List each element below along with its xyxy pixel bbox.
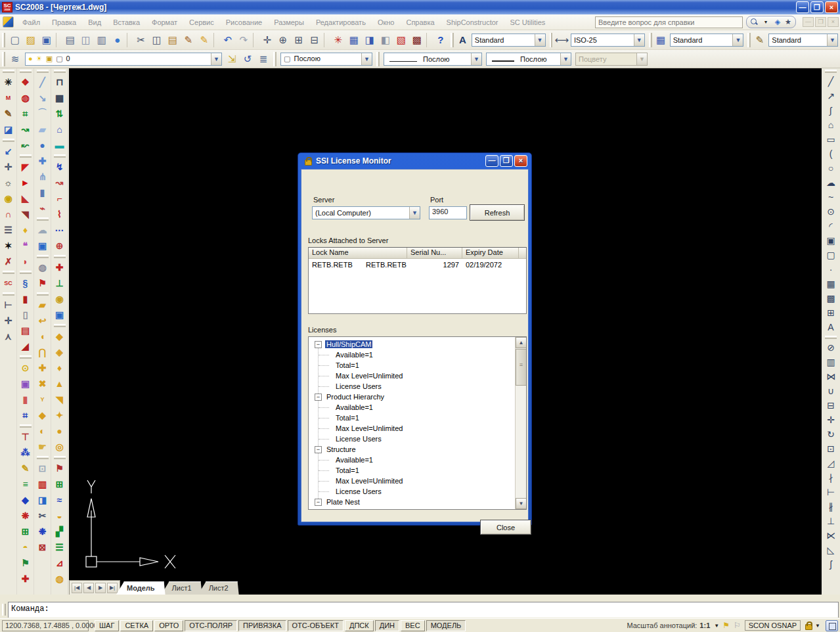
insert-block-icon[interactable]: ▣ — [823, 233, 839, 248]
sc-tool-icon[interactable]: ▰ — [35, 297, 51, 313]
sc-tool-icon[interactable]: ▬ — [52, 137, 68, 153]
spline-icon[interactable]: ~ — [823, 190, 839, 204]
dim-style-icon[interactable]: ⟷ — [554, 32, 569, 48]
status-toggle[interactable]: ДИН — [375, 620, 399, 631]
sc-tool-icon[interactable]: ▮ — [18, 392, 33, 407]
sc-tool-icon[interactable]: ◤ — [18, 159, 33, 175]
prev-tab-icon[interactable]: ◀ — [83, 583, 94, 593]
sc-tool-icon[interactable]: ◢ — [18, 338, 33, 354]
toolbar-grip[interactable] — [3, 70, 14, 73]
toolbar-grip[interactable] — [2, 52, 5, 66]
collapse-icon[interactable]: − — [315, 499, 322, 506]
sc-tool-icon[interactable]: ≡ — [18, 476, 33, 492]
layer-on-bulb-icon[interactable]: ● — [28, 55, 33, 62]
command-grip[interactable] — [2, 604, 6, 616]
toolbar-grip[interactable] — [20, 154, 32, 158]
sc-tool-icon[interactable]: ◆ — [52, 328, 68, 344]
locks-list[interactable]: Lock Name Serial Nu... Expiry Date RETB.… — [308, 247, 527, 314]
annotation-visibility-icon[interactable]: ⚑ — [722, 621, 730, 630]
menu-item[interactable]: Файл — [16, 16, 46, 28]
sc-tool-icon[interactable]: SC — [1, 275, 16, 291]
tree-row[interactable]: −Product Hierarchy — [309, 392, 515, 402]
sc-tool-icon[interactable]: ⌁ — [35, 200, 51, 216]
point-icon[interactable]: · — [823, 262, 839, 277]
collapse-icon[interactable]: − — [315, 341, 322, 348]
table-style-combo[interactable]: Standard▼ — [670, 34, 744, 47]
sc-tool-icon[interactable]: ✚ — [52, 260, 68, 275]
mirror-icon[interactable]: ⋈ — [823, 369, 839, 384]
sc-tool-icon[interactable]: ▣ — [52, 307, 68, 323]
tree-leaf-label[interactable]: Max Level=Unlimited — [336, 372, 403, 380]
scroll-down-icon[interactable]: ▼ — [516, 498, 527, 509]
menu-item[interactable]: Сервис — [183, 16, 220, 28]
sc-tool-icon[interactable]: ◍ — [35, 260, 51, 275]
sc-tool-icon[interactable]: ⌂ — [52, 122, 68, 137]
table-style-icon[interactable]: ▦ — [654, 32, 668, 48]
markup-icon[interactable]: ▧ — [393, 32, 409, 48]
cut-icon[interactable]: ✂ — [133, 32, 149, 48]
ellipse-icon[interactable]: ⊙ — [823, 204, 839, 219]
break-point-icon[interactable]: ⊥ — [823, 514, 839, 528]
close-button[interactable]: × — [825, 1, 838, 13]
sc-tool-icon[interactable]: ⋂ — [35, 344, 51, 360]
help-search-input[interactable] — [595, 16, 743, 28]
tree-row[interactable]: License Users — [309, 381, 515, 392]
sc-tool-icon[interactable]: ◐ — [35, 423, 51, 439]
sc-tool-icon[interactable]: ⊢ — [1, 297, 16, 313]
make-block-icon[interactable]: ▢ — [823, 248, 839, 262]
tree-row[interactable]: License Users — [309, 434, 515, 444]
status-toggle[interactable]: МОДЕЛЬ — [426, 620, 466, 631]
make-layer-current-icon[interactable]: ⇲ — [224, 51, 240, 67]
sc-tool-icon[interactable]: ◉ — [52, 291, 68, 307]
toolbar-grip[interactable] — [550, 33, 553, 47]
port-input[interactable]: 3960 — [429, 206, 467, 219]
sc-tool-icon[interactable]: ◓ — [18, 539, 33, 555]
toolbar-grip[interactable] — [376, 52, 380, 66]
undo-icon[interactable]: ↶ — [220, 32, 236, 48]
sc-tool-icon[interactable]: ❉ — [35, 524, 51, 539]
tree-leaf-label[interactable]: Max Level=Unlimited — [336, 477, 403, 485]
tree-leaf-label[interactable]: Available=1 — [336, 403, 373, 411]
sc-tool-icon[interactable]: ⌗ — [18, 106, 33, 122]
tree-leaf-label[interactable]: License Users — [336, 487, 382, 495]
sc-tool-icon[interactable]: ↩ — [35, 313, 51, 328]
toolbar-grip[interactable] — [54, 70, 66, 73]
restore-button[interactable]: ❒ — [810, 1, 824, 13]
sc-tool-icon[interactable]: ⊥ — [52, 275, 68, 291]
chevron-down-icon[interactable]: ▼ — [815, 623, 820, 629]
chevron-down-icon[interactable]: ▼ — [361, 53, 372, 65]
chevron-down-icon[interactable]: ▼ — [471, 53, 481, 65]
rotate-icon[interactable]: ↻ — [823, 427, 839, 441]
open-icon[interactable]: ▨ — [23, 32, 39, 48]
sc-tool-icon[interactable]: ✚ — [35, 153, 51, 169]
zoom-window-icon[interactable]: ⊞ — [291, 32, 307, 48]
sc-tool-icon[interactable]: ▣ — [35, 238, 51, 254]
tree-node-label[interactable]: Structure — [325, 445, 357, 453]
menu-item[interactable]: Формат — [146, 16, 183, 28]
sc-tool-icon[interactable]: ● — [35, 137, 51, 153]
toolbar-grip[interactable] — [54, 154, 66, 158]
menu-item[interactable]: Рисование — [220, 16, 268, 28]
save-icon[interactable]: ▣ — [39, 32, 55, 48]
tree-leaf-label[interactable]: Available=1 — [336, 351, 373, 359]
toolbar-grip[interactable] — [2, 33, 5, 47]
toolbar-grip[interactable] — [3, 292, 14, 296]
tree-row[interactable]: Available=1 — [309, 455, 515, 465]
tree-row[interactable]: Available=1 — [309, 350, 515, 360]
column-header[interactable]: Expiry Date — [462, 248, 519, 258]
sc-tool-icon[interactable]: ⊡ — [35, 461, 51, 476]
dialog-title-bar[interactable]: SSI License Monitor — ❒ × — [301, 153, 529, 169]
sc-tool-icon[interactable]: ⊠ — [35, 539, 51, 555]
minimize-button[interactable]: — — [796, 1, 809, 13]
linetype-combo[interactable]: Послою ▼ — [384, 53, 482, 66]
extend-icon[interactable]: ⊢ — [823, 485, 839, 499]
toolbar-grip[interactable] — [37, 255, 49, 258]
dwf-globe-icon[interactable]: ● — [110, 32, 125, 48]
dim-style-combo[interactable]: ISO-25▼ — [571, 34, 645, 47]
tree-node-label[interactable]: Product Hierarchy — [325, 393, 386, 401]
erase-icon[interactable]: ⊘ — [823, 340, 839, 355]
layer-thaw-sun-icon[interactable]: ☀ — [36, 55, 43, 63]
sc-tool-icon[interactable]: ⋏ — [1, 328, 16, 344]
chevron-down-icon[interactable]: ▼ — [560, 53, 571, 65]
sc-tool-icon[interactable]: ✦ — [52, 407, 68, 423]
